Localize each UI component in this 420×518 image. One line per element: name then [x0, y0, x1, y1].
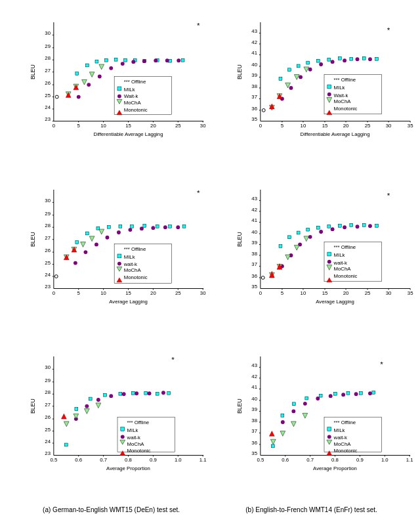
svg-text:30: 30 — [45, 30, 51, 36]
svg-text:30: 30 — [45, 365, 51, 371]
plot-svg-bot-left: 23 24 25 26 27 28 29 30 0.5 0.6 — [28, 343, 207, 485]
svg-rect-210 — [117, 254, 121, 258]
svg-text:40: 40 — [251, 62, 257, 68]
svg-point-124 — [319, 62, 323, 66]
svg-text:23: 23 — [45, 284, 51, 290]
svg-marker-203 — [89, 236, 94, 241]
svg-marker-410 — [280, 431, 285, 437]
svg-text:*** Offline: *** Offline — [334, 77, 356, 83]
svg-point-408 — [368, 392, 372, 396]
svg-point-199 — [176, 225, 180, 229]
plot-top-left: 23 24 25 26 27 28 29 30 0 5 — [3, 3, 210, 171]
svg-rect-184 — [119, 225, 122, 228]
svg-point-51 — [142, 59, 146, 63]
svg-text:Monotonic: Monotonic — [334, 448, 358, 454]
svg-text:*: * — [197, 21, 200, 30]
svg-text:35: 35 — [251, 116, 257, 122]
svg-text:25: 25 — [45, 93, 51, 98]
main-container: 23 24 25 26 27 28 29 30 0 5 — [0, 0, 420, 518]
svg-rect-349 — [121, 427, 125, 431]
svg-marker-133 — [304, 67, 309, 72]
svg-rect-36 — [95, 60, 98, 63]
svg-rect-187 — [156, 225, 159, 228]
svg-text:Average Lagging: Average Lagging — [109, 298, 148, 304]
svg-rect-400 — [372, 391, 375, 395]
svg-text:Monotonic: Monotonic — [124, 274, 148, 280]
svg-text:35: 35 — [251, 451, 257, 457]
svg-point-402 — [291, 410, 295, 414]
svg-text:0: 0 — [52, 123, 56, 129]
svg-marker-202 — [81, 242, 86, 247]
caption-left: (a) German-to-English WMT15 (DeEn) test … — [43, 506, 180, 513]
svg-text:0: 0 — [52, 290, 56, 296]
svg-text:*: * — [197, 188, 200, 196]
svg-text:5: 5 — [281, 290, 284, 296]
svg-point-271 — [343, 225, 346, 229]
svg-point-272 — [356, 225, 360, 228]
svg-point-45 — [77, 95, 81, 99]
svg-point-337 — [109, 395, 113, 399]
svg-text:0.7: 0.7 — [100, 458, 107, 464]
svg-text:wait-k: wait-k — [123, 261, 137, 267]
svg-marker-204 — [99, 229, 104, 234]
svg-rect-284 — [327, 252, 331, 256]
svg-marker-278 — [304, 236, 309, 241]
svg-point-195 — [129, 228, 133, 232]
svg-rect-183 — [107, 225, 110, 228]
svg-point-336 — [96, 398, 100, 402]
svg-text:26: 26 — [45, 414, 51, 420]
svg-text:*: * — [380, 360, 383, 369]
svg-text:0: 0 — [259, 290, 262, 296]
svg-text:23: 23 — [45, 451, 51, 457]
svg-rect-398 — [346, 392, 350, 395]
svg-text:42: 42 — [251, 374, 257, 379]
svg-point-404 — [316, 397, 320, 400]
svg-text:5: 5 — [77, 290, 80, 296]
svg-text:5: 5 — [281, 123, 284, 129]
svg-text:38: 38 — [251, 251, 257, 257]
svg-text:Monotonic: Monotonic — [334, 106, 358, 112]
plot-bot-left: 23 24 25 26 27 28 29 30 0.5 0.6 — [3, 337, 210, 505]
svg-rect-181 — [85, 232, 89, 235]
svg-text:35: 35 — [408, 123, 413, 129]
svg-text:0.5: 0.5 — [50, 458, 57, 464]
svg-text:29: 29 — [45, 210, 51, 216]
svg-rect-263 — [362, 223, 366, 227]
svg-text:27: 27 — [45, 68, 51, 74]
svg-text:Monotonic: Monotonic — [127, 448, 151, 454]
svg-rect-118 — [362, 56, 366, 60]
svg-rect-256 — [288, 236, 291, 239]
svg-text:0.9: 0.9 — [150, 458, 157, 464]
svg-rect-397 — [334, 393, 337, 396]
svg-marker-412 — [303, 414, 308, 419]
svg-point-46 — [87, 83, 91, 87]
svg-text:MILk: MILk — [334, 252, 345, 258]
svg-point-127 — [356, 57, 360, 61]
svg-rect-35 — [85, 64, 89, 67]
svg-rect-44 — [181, 58, 184, 62]
svg-text:15: 15 — [125, 123, 131, 129]
svg-text:wait-k: wait-k — [333, 435, 347, 441]
svg-point-340 — [148, 392, 152, 396]
svg-text:1.1: 1.1 — [406, 458, 413, 464]
svg-text:BLEU: BLEU — [30, 232, 36, 247]
plot-top-right: 35 36 37 38 39 40 41 42 43 0 5 — [210, 3, 417, 171]
svg-text:40: 40 — [251, 396, 257, 402]
svg-text:MoChA: MoChA — [124, 267, 142, 273]
svg-text:36: 36 — [251, 440, 257, 446]
svg-point-268 — [308, 235, 312, 239]
svg-text:39: 39 — [251, 407, 257, 413]
svg-marker-276 — [285, 255, 291, 260]
svg-rect-332 — [156, 393, 159, 396]
svg-text:1.1: 1.1 — [200, 458, 207, 464]
svg-rect-119 — [375, 57, 379, 60]
svg-point-351 — [121, 435, 125, 439]
caption-row: (a) German-to-English WMT15 (DeEn) test … — [3, 505, 417, 515]
svg-text:38: 38 — [251, 418, 257, 423]
svg-text:26: 26 — [45, 80, 51, 86]
svg-point-407 — [354, 393, 358, 397]
svg-rect-112 — [297, 64, 300, 68]
svg-rect-39 — [124, 58, 127, 62]
svg-point-49 — [121, 62, 125, 66]
svg-rect-328 — [104, 394, 107, 397]
